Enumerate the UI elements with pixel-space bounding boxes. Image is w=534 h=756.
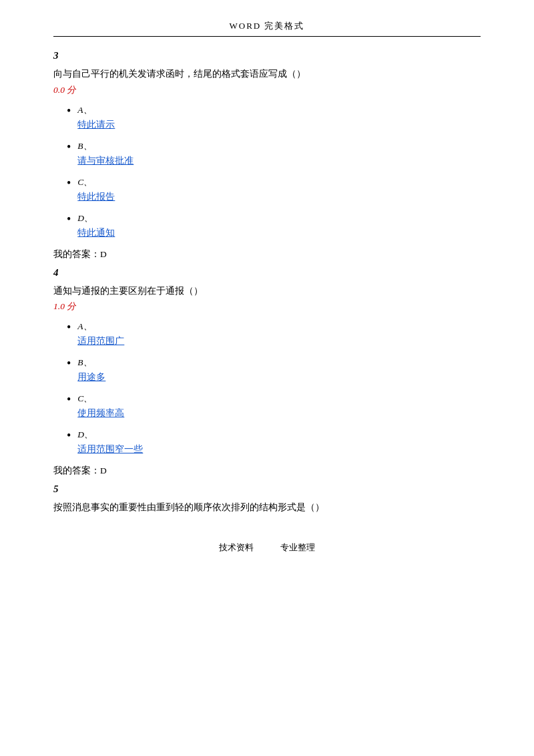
option-a-letter: A、 [77,104,115,116]
question-4-answer: 我的答案：D [53,465,481,477]
option-b: B、 用途多 [77,357,105,383]
question-4-text: 通知与通报的主要区别在于通报（） [53,284,481,299]
option-b-link[interactable]: 请与审核批准 [77,155,134,167]
option-b-letter: B、 [77,140,134,152]
option-a-letter: A、 [77,321,124,333]
option-c: C、 使用频率高 [77,393,124,419]
question-5-number: 5 [53,484,481,495]
question-4-options: • A、 适用范围广 • B、 用途多 • C、 使用频率高 [67,321,481,455]
question-4: 4 通知与通报的主要区别在于通报（） 1.0 分 • A、 适用范围广 • B、… [53,267,481,478]
list-item: • A、 特此请示 [67,104,481,131]
option-c-link[interactable]: 特此报告 [77,191,115,203]
option-a: A、 特此请示 [77,104,115,131]
bullet-icon: • [67,321,71,335]
bullet-icon: • [67,429,71,443]
question-3-options: • A、 特此请示 • B、 请与审核批准 • C、 特此报告 [67,104,481,239]
list-item: • C、 使用频率高 [67,393,481,419]
question-5: 5 按照消息事实的重要性由重到轻的顺序依次排列的结构形式是（） [53,484,481,515]
option-d-link[interactable]: 特此通知 [77,227,115,239]
question-3-number: 3 [53,50,481,61]
bullet-icon: • [67,176,71,191]
option-a: A、 适用范围广 [77,321,124,347]
bullet-icon: • [67,104,71,119]
list-item: • C、 特此报告 [67,176,481,203]
header-title: WORD 完美格式 [230,20,305,32]
option-a-link[interactable]: 适用范围广 [77,335,124,347]
list-item: • A、 适用范围广 [67,321,481,347]
option-b-letter: B、 [77,357,105,369]
bullet-icon: • [67,212,71,227]
option-c-letter: C、 [77,393,124,405]
question-5-text: 按照消息事实的重要性由重到轻的顺序依次排列的结构形式是（） [53,500,481,515]
option-d-letter: D、 [77,429,143,441]
bullet-icon: • [67,357,71,371]
list-item: • B、 用途多 [67,357,481,383]
question-3-text: 向与自己平行的机关发请求函时，结尾的格式套语应写成（） [53,67,481,81]
option-b-link[interactable]: 用途多 [77,371,105,383]
option-d-letter: D、 [77,212,115,224]
list-item: • D、 适用范围窄一些 [67,429,481,455]
footer-right: 专业整理 [280,542,315,554]
option-d: D、 特此通知 [77,212,115,239]
footer-bar: 技术资料 专业整理 [53,535,481,554]
option-c: C、 特此报告 [77,176,115,203]
footer-left: 技术资料 [219,542,254,554]
bullet-icon: • [67,140,71,155]
bullet-icon: • [67,393,71,407]
option-d-link[interactable]: 适用范围窄一些 [77,443,143,455]
option-c-link[interactable]: 使用频率高 [77,407,124,419]
option-a-link[interactable]: 特此请示 [77,119,115,131]
question-3-answer: 我的答案：D [53,248,481,260]
header-bar: WORD 完美格式 [53,20,481,37]
option-c-letter: C、 [77,176,115,188]
option-b: B、 请与审核批准 [77,140,134,167]
question-3: 3 向与自己平行的机关发请求函时，结尾的格式套语应写成（） 0.0 分 • A、… [53,50,481,260]
list-item: • D、 特此通知 [67,212,481,239]
option-d: D、 适用范围窄一些 [77,429,143,455]
question-4-number: 4 [53,267,481,278]
question-3-score: 0.0 分 [53,84,481,96]
list-item: • B、 请与审核批准 [67,140,481,167]
question-4-score: 1.0 分 [53,301,481,313]
